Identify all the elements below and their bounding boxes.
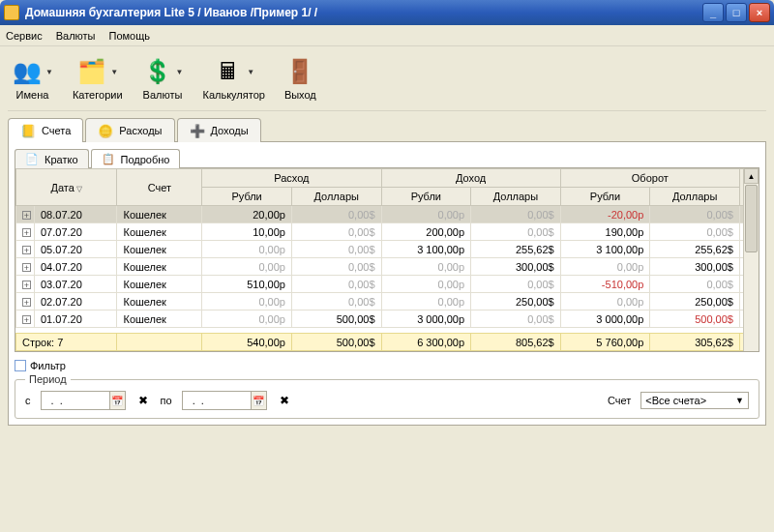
brief-icon: 📄 [25,153,39,165]
checkbox-icon [15,360,26,371]
cell-account: Кошелек [117,293,202,310]
table-row[interactable]: +02.07.20Кошелек0,00р0,00$0,00р250,00$0,… [16,293,759,310]
subtab-detail-label: Подробно [121,154,170,165]
scroll-thumb[interactable] [745,185,758,252]
header-date[interactable]: Дата▽ [16,169,117,206]
subtab-brief[interactable]: 📄 Кратко [15,149,89,168]
cell-account: Кошелек [117,206,202,223]
header-income[interactable]: Доход [381,169,560,188]
toolbar-categories-label: Категории [73,89,123,101]
subtab-detail[interactable]: 📋 Подробно [91,149,181,168]
header-inc-rub[interactable]: Рубли [381,188,471,206]
header-turn-usd[interactable]: Доллары [650,188,740,206]
account-filter-label: Счет [608,395,631,406]
date-from-field[interactable]: 📅 [41,391,126,410]
cell-inc_rub: 0,00р [381,258,471,276]
chevron-down-icon: ▼ [110,68,118,76]
to-label: по [161,395,172,406]
header-exp-rub[interactable]: Рубли [202,188,292,206]
expand-cell[interactable]: + [16,206,35,223]
menu-service[interactable]: Сервис [6,30,43,42]
currency-icon: 💲 [142,56,173,87]
plus-icon: + [22,263,31,272]
plus-icon: + [22,315,31,324]
cell-turn_usd: 255,62$ [650,241,740,258]
toolbar-categories[interactable]: 🗂️▼ Категории [73,56,123,101]
toolbar-currencies-label: Валюты [143,89,183,101]
cell-date: 07.07.20 [34,223,116,241]
vertical-scrollbar[interactable]: ▲ [743,168,759,351]
expenses-icon: 🪙 [98,123,113,138]
expand-cell[interactable]: + [16,258,35,276]
sort-desc-icon: ▽ [76,185,82,193]
cell-turn_usd: 300,00$ [650,258,740,276]
cell-account: Кошелек [117,258,202,276]
toolbar-currencies[interactable]: 💲▼ Валюты [142,56,184,101]
cell-turn_rub: 0,00р [560,293,650,310]
date-from-input[interactable] [42,393,109,408]
minimize-button[interactable]: _ [702,3,724,22]
header-turn-rub[interactable]: Рубли [560,188,650,206]
account-select[interactable]: <Все счета> ▼ [640,392,749,409]
expand-cell[interactable]: + [16,276,35,293]
table-row[interactable]: +01.07.20Кошелек0,00р500,00$3 000,00р0,0… [16,310,759,328]
cell-inc_usd: 0,00$ [471,276,561,293]
calendar-icon[interactable]: 📅 [109,392,125,409]
date-to-field[interactable]: 📅 [182,391,267,410]
header-turnover[interactable]: Оборот [560,169,739,188]
header-account[interactable]: Счет [117,169,202,206]
scroll-up-icon[interactable]: ▲ [744,168,759,184]
menu-currencies[interactable]: Валюты [56,30,96,42]
clear-from-icon[interactable]: ✖ [135,393,151,408]
cell-account: Кошелек [117,276,202,293]
maximize-button[interactable]: □ [726,3,747,22]
header-inc-usd[interactable]: Доллары [471,188,561,206]
summary-exp_rub: 540,00р [202,334,292,351]
cell-exp_rub: 0,00р [202,310,292,328]
cell-exp_usd: 0,00$ [291,258,381,276]
calendar-icon[interactable]: 📅 [251,392,266,409]
toolbar-exit[interactable]: 🚪 Выход [284,56,316,101]
table-row[interactable]: +04.07.20Кошелек0,00р0,00$0,00р300,00$0,… [16,258,759,276]
expand-cell[interactable]: + [16,241,35,258]
incomes-icon: ➕ [190,123,205,138]
cell-turn_rub: 3 100,00р [560,241,650,258]
cell-date: 04.07.20 [34,258,116,276]
expand-cell[interactable]: + [16,310,35,328]
header-exp-usd[interactable]: Доллары [291,188,381,206]
table-row[interactable]: +05.07.20Кошелек0,00р0,00$3 100,00р255,6… [16,241,759,258]
plus-icon: + [22,281,31,289]
toolbar-names-label: Имена [16,89,49,101]
clear-to-icon[interactable]: ✖ [277,393,292,408]
cell-inc_usd: 300,00$ [471,258,561,276]
header-expense[interactable]: Расход [202,169,381,188]
table-row[interactable]: +08.07.20Кошелек20,00р0,00$0,00р0,00$-20… [16,206,759,223]
expand-cell[interactable]: + [16,223,35,241]
table-row[interactable]: +07.07.20Кошелек10,00р0,00$200,00р0,00$1… [16,223,759,241]
toolbar-exit-label: Выход [284,89,316,101]
plus-icon: + [22,246,31,254]
cell-exp_usd: 0,00$ [291,206,381,223]
tab-accounts[interactable]: 📒 Счета [8,118,83,142]
grid: Дата▽ Счет Расход Доход Оборот Рубли Дол… [15,168,759,352]
tab-incomes[interactable]: ➕ Доходы [177,118,261,142]
date-to-input[interactable] [183,393,251,408]
toolbar-names[interactable]: 👥▼ Имена [12,56,53,101]
table-row[interactable]: +03.07.20Кошелек510,00р0,00$0,00р0,00$-5… [16,276,759,293]
tab-expenses[interactable]: 🪙 Расходы [85,118,174,142]
app-icon [4,5,19,20]
cell-exp_rub: 10,00р [202,223,292,241]
filter-label: Фильтр [30,360,66,371]
cell-turn_rub: 190,00р [560,223,650,241]
cell-exp_rub: 510,00р [202,276,292,293]
menu-help[interactable]: Помощь [109,30,151,42]
chevron-down-icon: ▼ [735,396,744,405]
filter-checkbox[interactable]: Фильтр [15,360,759,371]
calculator-icon: 🖩 [213,56,244,87]
close-button[interactable]: × [749,3,770,22]
accounts-icon: 📒 [20,123,36,138]
expand-cell[interactable]: + [16,293,35,310]
cell-inc_usd: 0,00$ [471,310,561,328]
toolbar-calculator[interactable]: 🖩▼ Калькулятор [202,56,264,101]
cell-turn_usd: 250,00$ [650,293,740,310]
